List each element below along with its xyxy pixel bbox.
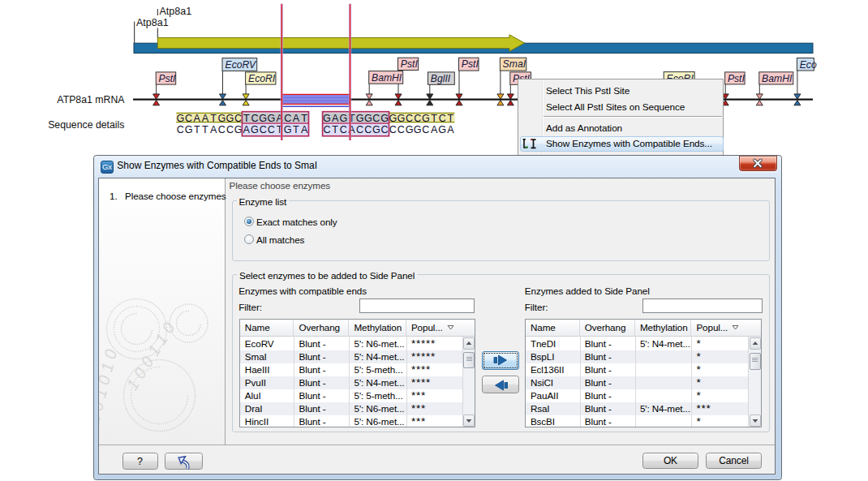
svg-text:Sequence details: Sequence details [48,119,124,131]
svg-text:PstI: PstI [401,58,419,70]
svg-text:PstI: PstI [159,73,177,84]
svg-text:ATP8a1 mRNA: ATP8a1 mRNA [57,94,125,105]
svg-text:1 0 0 1 1 0: 1 0 0 1 1 0 [122,320,178,393]
svg-text:BglII: BglII [431,73,451,84]
svg-text:BamHI: BamHI [372,72,402,84]
svg-text:EcoRI: EcoRI [248,73,276,84]
svg-text:Eco: Eco [800,59,817,71]
svg-text:EcoRV: EcoRV [226,59,258,71]
svg-text:SmaI: SmaI [503,58,526,70]
svg-text:0 1 1 0 1 0 1 0: 0 1 1 0 1 0 1 0 [99,348,120,444]
svg-text:Atp8a1: Atp8a1 [136,17,169,28]
svg-text:PstI: PstI [462,58,479,70]
svg-text:PstI: PstI [728,73,746,84]
svg-text:BamHI: BamHI [762,73,793,84]
svg-text:Atp8a1: Atp8a1 [160,6,192,17]
